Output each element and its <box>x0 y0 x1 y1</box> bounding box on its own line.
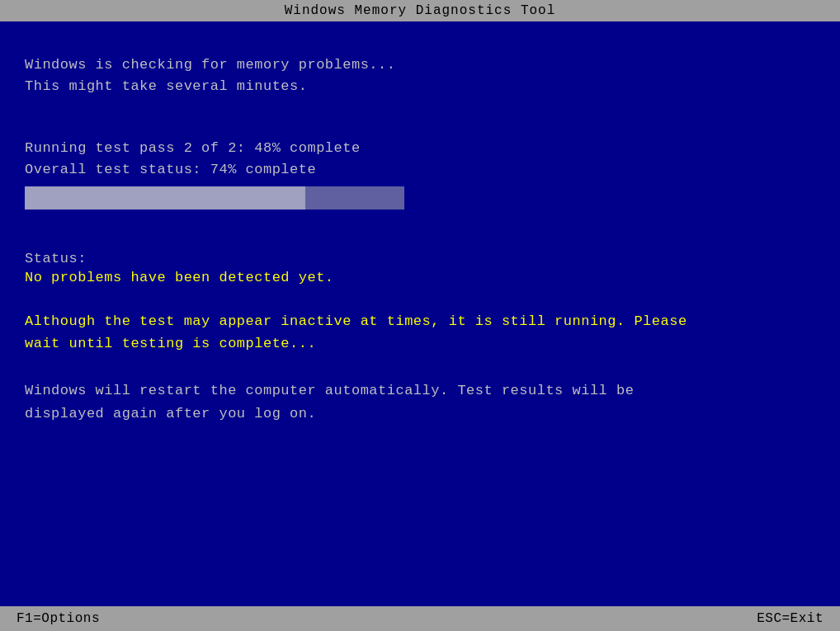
progress-line1: Running test pass 2 of 2: 48% complete <box>25 138 815 159</box>
status-label: Status: <box>25 251 815 266</box>
info-line2: displayed again after you log on. <box>25 403 815 425</box>
f1-options-label[interactable]: F1=Options <box>17 611 100 626</box>
status-section: Status: No problems have been detected y… <box>25 251 815 285</box>
warning-line2: wait until testing is complete... <box>25 332 815 355</box>
main-content: Windows is checking for memory problems.… <box>0 21 840 425</box>
title-bar: Windows Memory Diagnostics Tool <box>0 0 840 21</box>
title-text: Windows Memory Diagnostics Tool <box>285 3 556 18</box>
info-text: Windows will restart the computer automa… <box>25 379 815 424</box>
progress-line2: Overall test status: 74% complete <box>25 159 815 181</box>
warning-text: Although the test may appear inactive at… <box>25 310 815 355</box>
warning-line1: Although the test may appear inactive at… <box>25 310 815 332</box>
esc-exit-label[interactable]: ESC=Exit <box>757 611 823 626</box>
checking-line2: This might take several minutes. <box>25 76 815 97</box>
progress-bar-container <box>25 186 404 210</box>
bottom-bar: F1=Options ESC=Exit <box>0 606 840 631</box>
status-value: No problems have been detected yet. <box>25 270 815 285</box>
progress-bar-fill <box>25 186 305 210</box>
checking-line1: Windows is checking for memory problems.… <box>25 54 815 76</box>
progress-section: Running test pass 2 of 2: 48% complete O… <box>25 138 815 210</box>
info-line1: Windows will restart the computer automa… <box>25 379 815 402</box>
